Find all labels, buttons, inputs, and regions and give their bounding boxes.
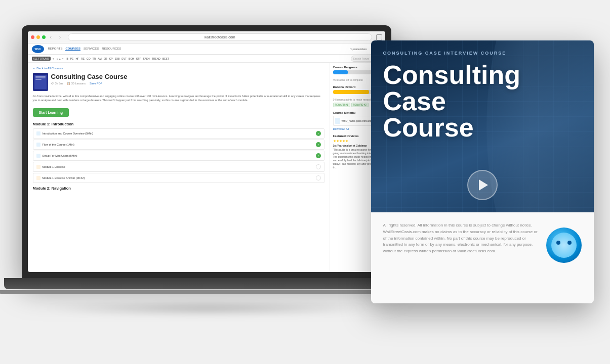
traffic-light-yellow[interactable] xyxy=(36,35,40,39)
main-content: ← Back to All Courses xyxy=(28,63,385,272)
preview-title-line2: Case xyxy=(383,88,582,114)
url-bar[interactable]: wallstreetoasis.com xyxy=(68,33,372,41)
course-duration: ⏱ 3h 8m xyxy=(51,82,63,85)
preview-bottom-inner: All rights reserved. All information in … xyxy=(383,222,582,263)
forum-re[interactable]: RE xyxy=(81,57,85,60)
reward-2-button[interactable]: REWARD #2 xyxy=(351,103,369,107)
forum-hf[interactable]: HF xyxy=(75,57,79,60)
forum-bar: ALL FORUMS ▾ ● ▲ ✦ IB PE HF RE CO TR AM … xyxy=(28,55,385,63)
preview-title: Consulting Case Course xyxy=(383,62,582,141)
window-control[interactable] xyxy=(376,34,382,40)
file-name: WSO_name-goes-here.zip xyxy=(342,119,372,122)
exercise-icon xyxy=(36,165,40,169)
course-title: Consulting Case Course xyxy=(51,73,128,81)
lesson-icon xyxy=(36,154,40,158)
forum-off[interactable]: OFF xyxy=(136,57,141,60)
reward-1-button[interactable]: REWARD #1 xyxy=(333,103,350,107)
legal-text: All rights reserved. All information in … xyxy=(383,222,538,255)
forum-ib[interactable]: IB xyxy=(66,57,68,60)
preview-bottom: All rights reserved. All information in … xyxy=(371,212,594,303)
lesson-check-complete: ✓ xyxy=(316,142,321,147)
progress-bar-fill xyxy=(333,70,348,74)
url-text: wallstreetoasis.com xyxy=(204,35,235,39)
lesson-row[interactable]: Introduction and Course Overview (5Min) … xyxy=(33,128,324,139)
module-1: Module 1: Introduction Introduction and … xyxy=(33,122,324,183)
nav-services[interactable]: SERVICES xyxy=(84,47,99,51)
course-lessons: 📋 30 Lessons xyxy=(67,82,86,85)
lesson-name: Introduction and Course Overview (5Min) xyxy=(43,132,316,135)
forum-evt[interactable]: EVT xyxy=(121,57,127,60)
forum-all[interactable]: ALL FORUMS xyxy=(32,57,51,61)
save-pdf-link[interactable]: Save PDF xyxy=(90,82,102,85)
laptop-base xyxy=(4,278,409,289)
course-info: Consulting Case Course ⏱ 3h 8m 📋 30 Less… xyxy=(51,73,128,85)
back-button[interactable]: ‹ xyxy=(48,34,55,41)
lesson-row[interactable]: Setup For Mac Users (5Min) ✓ xyxy=(33,151,324,161)
mascot-eye-left xyxy=(556,241,560,245)
start-learning-button[interactable]: Start Learning xyxy=(33,108,69,117)
forum-er[interactable]: ER xyxy=(104,57,107,60)
mascot-face xyxy=(551,233,577,258)
laptop-screen: ‹ › wallstreetoasis.com WSO REPORTS COUR… xyxy=(28,31,385,272)
traffic-light-red[interactable] xyxy=(31,35,34,39)
lesson-row[interactable]: Module 1 Exercise Answer (00:42) xyxy=(33,173,324,183)
laptop: ‹ › wallstreetoasis.com WSO REPORTS COUR… xyxy=(22,25,391,308)
forum-icons: ● ▲ ✦ xyxy=(56,57,64,60)
lesson-check-complete: ✓ xyxy=(316,131,321,136)
forum-cp[interactable]: CP xyxy=(109,57,113,60)
forum-best[interactable]: BEST xyxy=(162,57,169,60)
lesson-name: Module 1 Exercise xyxy=(43,165,316,168)
nav-reports[interactable]: REPORTS xyxy=(48,47,63,51)
preview-label: CONSULTING CASE INTERVIEW COURSE xyxy=(383,51,582,56)
lesson-name: Setup For Mac Users (5Min) xyxy=(43,154,316,157)
content-left: ← Back to All Courses xyxy=(28,63,330,272)
course-thumbnail xyxy=(33,73,48,91)
forum-am[interactable]: AM xyxy=(98,57,102,60)
lesson-check-empty xyxy=(316,175,321,180)
nav-items: REPORTS COURSES SERVICES RESOURCES xyxy=(48,47,121,51)
play-button[interactable] xyxy=(467,170,498,200)
course-meta: ⏱ 3h 8m 📋 30 Lessons Save PDF xyxy=(51,82,128,85)
module-1-title: Module 1: Introduction xyxy=(33,122,324,126)
forum-tr[interactable]: TR xyxy=(93,57,96,60)
scene: ‹ › wallstreetoasis.com WSO REPORTS COUR… xyxy=(7,10,604,354)
lesson-row[interactable]: Flow of the Course (1Min) ✓ xyxy=(33,140,324,150)
nav-resources[interactable]: RESOURCES xyxy=(102,47,121,51)
banana-bar-fill xyxy=(333,90,370,94)
book-icon: 📋 xyxy=(67,82,70,85)
mascot-eye-right xyxy=(567,241,572,245)
forum-pe[interactable]: PE xyxy=(70,57,74,60)
lesson-name: Flow of the Course (1Min) xyxy=(43,143,316,146)
play-triangle xyxy=(479,179,488,191)
course-preview-panel: CONSULTING CASE INTERVIEW COURSE Consult… xyxy=(371,40,594,303)
lesson-icon xyxy=(36,143,40,147)
forward-button[interactable]: › xyxy=(57,34,64,41)
forum-bch[interactable]: BCH xyxy=(129,57,134,60)
wso-logo: WSO xyxy=(32,45,44,53)
file-icon xyxy=(335,118,340,124)
wso-mascot xyxy=(546,228,582,263)
lesson-check-complete: ✓ xyxy=(316,153,321,158)
forum-fash[interactable]: FASH xyxy=(143,57,150,60)
browser-chrome: ‹ › wallstreetoasis.com xyxy=(28,31,385,43)
course-header: Consulting Case Course ⏱ 3h 8m 📋 30 Less… xyxy=(33,73,324,91)
laptop-frame: ‹ › wallstreetoasis.com WSO REPORTS COUR… xyxy=(22,25,391,278)
forum-job[interactable]: JOB xyxy=(115,57,120,60)
forum-trend[interactable]: TREND xyxy=(152,57,160,60)
nav-courses[interactable]: COURSES xyxy=(65,47,80,51)
preview-title-line3: Course xyxy=(383,114,582,141)
lesson-icon xyxy=(36,131,40,135)
lesson-row[interactable]: Module 1 Exercise xyxy=(33,162,324,172)
laptop-shadow xyxy=(40,303,373,313)
clock-icon: ⏱ xyxy=(51,82,54,85)
forum-co[interactable]: CO xyxy=(87,57,91,60)
search-placeholder: Search Forum xyxy=(353,57,370,60)
preview-top: CONSULTING CASE INTERVIEW COURSE Consult… xyxy=(371,40,594,212)
forum-divider: ▾ xyxy=(53,57,54,60)
lesson-check-empty xyxy=(316,164,321,169)
traffic-light-green[interactable] xyxy=(42,35,46,39)
back-link[interactable]: ← Back to All Courses xyxy=(33,67,324,70)
exercise-icon xyxy=(36,176,40,180)
laptop-foot xyxy=(0,290,414,294)
course-description: Go from novice to Excel wizard in this c… xyxy=(33,94,324,103)
